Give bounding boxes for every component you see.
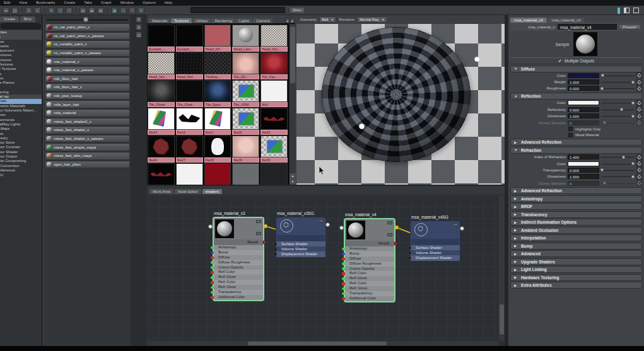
curve-icon[interactable]: ∿ (120, 7, 127, 14)
render-swatch-icon[interactable]: ● (129, 7, 136, 14)
port-refr-color[interactable]: Refr Color (214, 280, 263, 285)
slider-knob[interactable] (631, 162, 635, 165)
category-contour-output[interactable]: Contour Output (0, 154, 42, 159)
map-texture-button[interactable] (636, 174, 642, 180)
section-refraction[interactable]: ▼Refraction (510, 147, 642, 154)
port-refr-gloss[interactable]: Refr Gloss (214, 285, 263, 290)
split-panel-icon[interactable] (624, 8, 629, 13)
slider-knob[interactable] (83, 17, 88, 22)
category-2d-textures[interactable]: 2D Textures (0, 53, 42, 57)
node-msa_material_x3[interactable]: msa_material_x3ResultAnisotropyBumpDiffu… (213, 217, 264, 301)
section-translucency[interactable]: ▶Translucency (510, 211, 642, 218)
swatch-icon[interactable] (387, 233, 392, 236)
texture-swatch[interactable] (204, 163, 232, 185)
value-slider[interactable] (601, 181, 635, 186)
scroll-down-icon[interactable]: ▼ (290, 179, 296, 185)
category-contour-shader[interactable]: Contour Shader (0, 150, 42, 154)
slider-knob[interactable] (603, 121, 606, 124)
map-texture-button[interactable] (636, 106, 642, 112)
category-geometry[interactable]: Geometry (0, 136, 42, 141)
category-lights[interactable]: Lights (0, 72, 42, 76)
node-io-dot[interactable] (460, 226, 464, 231)
inout-connections-icon[interactable]: ⊟ (88, 7, 95, 14)
node-msa_material_x4SG[interactable]: msa_material_x4SGSurface ShaderVolume Sh… (410, 221, 460, 262)
input-connections-icon[interactable]: ⊡ (79, 7, 86, 14)
node-editor-canvas[interactable]: msa_material_x3ResultAnisotropyBumpDiffu… (147, 195, 498, 341)
texture-swatch[interactable]: Tile_Glow (175, 79, 204, 107)
port-volume-shader[interactable]: Volume Shader (411, 250, 460, 255)
port-additional-color[interactable]: Additional Color (345, 296, 394, 301)
grid-view-icon[interactable]: ⠿ (136, 24, 142, 30)
swatch-icon[interactable] (256, 232, 261, 235)
bin-item[interactable]: mi_car_paint_phen_x_passes (45, 32, 130, 40)
port-bump[interactable]: Bump (345, 251, 394, 256)
category-surface[interactable]: Surface (0, 40, 42, 44)
tab-work-area[interactable]: Work Area (149, 189, 173, 194)
category-contour-contrast[interactable]: Contour Contrast (0, 145, 42, 149)
category-photon-volumetric-materi-[interactable]: Photon Volumetric Materi... (0, 108, 42, 113)
slider-knob[interactable] (631, 81, 635, 84)
category-3d-textures[interactable]: 3D Textures (0, 58, 42, 62)
section-advanced-refraction[interactable]: ▶Advanced Refraction (510, 187, 642, 194)
port-refl-gloss[interactable]: Refl Gloss (345, 276, 394, 281)
texture-swatch[interactable]: Tile_Gloss (147, 79, 175, 107)
material-sample-swatch[interactable] (573, 32, 597, 56)
menu-bookmarks[interactable]: Bookmarks (36, 1, 55, 6)
tab-materials[interactable]: Materials (149, 18, 170, 23)
value-slider[interactable] (601, 120, 635, 125)
section-reflection[interactable]: ▼Reflection (510, 93, 642, 100)
result-output-port[interactable] (263, 241, 266, 244)
category-displacement[interactable]: Displacement (0, 49, 42, 53)
texture-swatch[interactable]: Head_Lam... (231, 24, 260, 52)
layout-single-icon[interactable]: ▭ (3, 7, 9, 14)
port-bump[interactable]: Bump (214, 250, 263, 255)
port-anisotropy[interactable]: Anisotropy (345, 246, 394, 251)
map-texture-button[interactable] (636, 167, 642, 173)
swatch-size-slider[interactable] (47, 19, 128, 21)
port-refl-color[interactable]: Refl Color (214, 270, 263, 275)
texture-swatch[interactable]: file27 (175, 135, 204, 163)
tab-shaders[interactable]: shaders (202, 189, 222, 194)
texture-swatch[interactable]: file17 (204, 107, 232, 135)
color-swatch[interactable] (568, 73, 599, 78)
category-mentalray-lights[interactable]: MentalRay Lights (0, 122, 42, 127)
node-horizontal-scrollbar[interactable] (147, 341, 498, 346)
menu-view[interactable]: View (19, 1, 27, 6)
tab-scroll-right-icon[interactable]: ▸ (290, 18, 295, 23)
texture-swatch[interactable]: Tile_Dif... (231, 52, 260, 79)
port-transparency[interactable]: Transparency (214, 290, 263, 295)
port-transparency[interactable]: Transparency (345, 291, 394, 296)
category-contour-store[interactable]: Contour Store (0, 141, 42, 145)
slider-knob[interactable] (600, 87, 604, 90)
bin-item[interactable]: mila_layer_hair (45, 100, 130, 108)
graph-input-icon[interactable]: ⬡ (57, 7, 64, 14)
menu-edit[interactable]: Edit (4, 1, 10, 6)
category-maya[interactable]: Maya (0, 35, 42, 39)
category-data-conversion[interactable]: Data Conversion (0, 164, 42, 168)
texture-swatch[interactable] (147, 163, 175, 185)
section-brdf[interactable]: ▶BRDF (510, 203, 642, 210)
node-msa_material_x3SG[interactable]: msa_material_x3SGSurface ShaderVolume Sh… (276, 217, 326, 258)
port-refl-gloss[interactable]: Refl Gloss (214, 275, 263, 280)
check-icon[interactable]: ✔ (558, 59, 562, 64)
texture-swatch[interactable]: Tile_Fac... (260, 52, 288, 79)
swatch-vertical-scrollbar[interactable]: ▲ ▼ (289, 24, 295, 185)
value-slider[interactable] (601, 168, 635, 173)
slider-knob[interactable] (600, 168, 604, 171)
value-field[interactable]: 1.000 (568, 79, 599, 84)
section-extra-attributes[interactable]: ▶Extra Attributes (510, 282, 642, 289)
collapse-icon[interactable] (387, 221, 392, 224)
checkbox[interactable] (568, 133, 573, 137)
bin-item[interactable]: mib_ptex_lookup (45, 92, 130, 100)
texture-swatch[interactable]: file24 (147, 135, 175, 163)
section-bump[interactable]: ▶Bump (510, 243, 642, 250)
map-texture-button[interactable] (636, 100, 642, 106)
menu-options[interactable]: Options (143, 1, 156, 6)
bin-item[interactable]: misss_fast_simple_maya (45, 143, 130, 151)
slider-knob[interactable] (603, 181, 606, 185)
scroll-up-icon[interactable]: ▲ (290, 173, 296, 179)
category-other-textures[interactable]: Other Textures (0, 67, 42, 71)
port-diffuse-roughness[interactable]: Diffuse Roughness (214, 260, 263, 265)
section-advanced[interactable]: ▶Advanced (510, 250, 642, 257)
section-indirect-illumination-options[interactable]: ▶Indirect Illumination Options (510, 219, 642, 226)
